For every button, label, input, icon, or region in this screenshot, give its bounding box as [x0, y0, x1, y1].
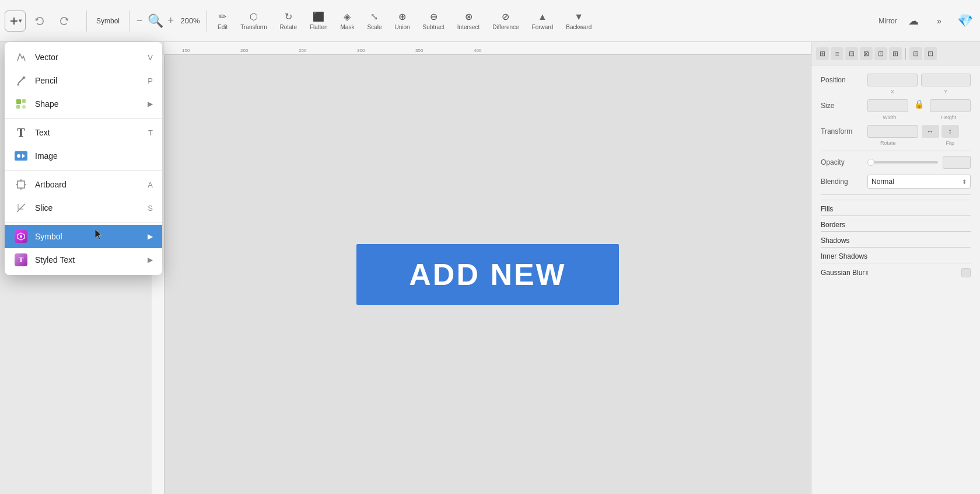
size-height-input[interactable] — [930, 99, 971, 112]
horizontal-ruler: 150 200 250 300 350 400 — [164, 42, 811, 55]
gaussian-blur-section: Gaussian Blur ⬍ — [821, 263, 971, 280]
menu-item-shape[interactable]: Shape ▶ — [5, 92, 162, 116]
canvas-content: ADD NEW — [164, 55, 811, 494]
artboard-icon — [14, 178, 28, 192]
blending-row: Blending Normal ⬍ — [821, 175, 971, 189]
flip-v-button[interactable]: ↕ — [942, 125, 959, 138]
size-width-input[interactable] — [867, 99, 908, 112]
shape-icon — [14, 97, 28, 111]
fills-section: Fills — [821, 200, 971, 215]
menu-item-symbol[interactable]: Symbol ▶ — [5, 225, 162, 248]
svg-point-10 — [22, 105, 26, 109]
tool-backward-label: Backward — [566, 24, 592, 30]
toolbar-symbol-label: Symbol — [92, 17, 124, 25]
menu-separator-2 — [5, 170, 162, 171]
flip-h-button[interactable]: ↔ — [922, 125, 939, 138]
align-center-v-icon[interactable]: ⊡ — [874, 47, 887, 60]
align-center-h-icon[interactable]: ≡ — [831, 47, 844, 60]
menu-item-text[interactable]: T Text T — [5, 121, 162, 144]
cloud-button[interactable]: ☁ — [903, 11, 924, 32]
svg-line-4 — [18, 78, 24, 84]
vector-icon — [14, 50, 28, 64]
toolbar-divider-2 — [129, 11, 130, 32]
align-right-icon[interactable]: ⊟ — [845, 47, 858, 60]
gaussian-blur-stepper[interactable]: ⬍ — [864, 270, 869, 276]
position-y-input[interactable] — [921, 74, 971, 86]
menu-item-pencil[interactable]: Pencil P — [5, 69, 162, 92]
tool-scale[interactable]: ⤡ Scale — [361, 9, 387, 33]
toolbar-divider-1 — [86, 11, 87, 32]
tool-forward[interactable]: ▲ Forward — [526, 9, 559, 33]
tool-difference[interactable]: ⊘ Difference — [487, 9, 524, 33]
tool-backward[interactable]: ▼ Backward — [560, 9, 597, 33]
undo-button[interactable] — [29, 11, 50, 32]
tool-mask[interactable]: ◈ Mask — [335, 9, 360, 33]
lock-icon[interactable]: 🔒 — [912, 99, 926, 112]
menu-pencil-shortcut: P — [148, 76, 153, 85]
inner-shadows-label: Inner Shadows — [821, 252, 867, 260]
ruler-mark-150: 150 — [182, 48, 190, 53]
menu-item-vector[interactable]: Vector V — [5, 46, 162, 69]
ruler-mark-300: 300 — [357, 48, 365, 53]
blending-select[interactable]: Normal ⬍ — [867, 175, 971, 189]
tool-subtract-label: Subtract — [423, 24, 444, 30]
shadows-label: Shadows — [821, 236, 849, 245]
menu-shape-label: Shape — [35, 99, 138, 109]
props-divider-2 — [821, 194, 971, 195]
opacity-slider[interactable] — [867, 161, 938, 163]
tool-transform[interactable]: ⬡ Transform — [235, 9, 272, 33]
tool-scale-label: Scale — [367, 24, 382, 30]
align-bottom-icon[interactable]: ⊞ — [889, 47, 902, 60]
menu-styled-text-label: Styled Text — [35, 255, 138, 265]
add-new-element[interactable]: ADD NEW — [356, 244, 618, 305]
menu-text-shortcut: T — [148, 128, 153, 137]
mirror-button[interactable]: Mirror — [877, 11, 898, 32]
tool-forward-label: Forward — [532, 24, 554, 30]
zoom-out-button[interactable]: − — [134, 13, 145, 28]
position-sub-labels: X Y — [821, 89, 971, 95]
menu-item-artboard[interactable]: Artboard A — [5, 173, 162, 196]
tool-union[interactable]: ⊕ Union — [388, 9, 415, 33]
menu-item-image[interactable]: Image — [5, 144, 162, 168]
transform-flip-label: Flip — [930, 140, 971, 146]
tool-rotate[interactable]: ↻ Rotate — [274, 9, 302, 33]
align-left-icon[interactable]: ⊞ — [816, 47, 829, 60]
svg-rect-11 — [18, 181, 24, 188]
tool-rotate-label: Rotate — [279, 24, 296, 30]
position-x-input[interactable] — [867, 74, 918, 86]
more-button[interactable]: » — [929, 11, 950, 32]
transform-row: Transform ↔ ↕ — [821, 125, 971, 138]
transform-label: Transform — [821, 127, 867, 135]
opacity-value[interactable] — [943, 156, 971, 169]
blending-label: Blending — [821, 178, 867, 186]
gaussian-blur-checkbox[interactable] — [961, 268, 971, 277]
gaussian-blur-label: Gaussian Blur — [821, 269, 864, 277]
menu-item-styled-text[interactable]: T Styled Text ▶ — [5, 248, 162, 272]
inner-shadows-section: Inner Shadows — [821, 247, 971, 263]
ruler-mark-250: 250 — [299, 48, 306, 53]
main-toolbar: ▾ Symbol − 🔍 + 200% ✏ Edit ⬡ Transform ↻… — [0, 0, 980, 42]
symbol-arrow-icon: ▶ — [148, 232, 153, 241]
menu-item-slice[interactable]: Slice S — [5, 196, 162, 220]
zoom-icon: 🔍 — [148, 13, 163, 29]
distribute-h-icon[interactable]: ⊟ — [909, 47, 922, 60]
right-props-content: Position X Y Size 🔒 Width Height Transf — [811, 65, 980, 288]
flip-buttons: ↔ ↕ — [922, 125, 971, 138]
distribute-v-icon[interactable]: ⊡ — [924, 47, 937, 60]
tool-difference-label: Difference — [492, 24, 519, 30]
tool-subtract[interactable]: ⊖ Subtract — [417, 9, 450, 33]
shape-arrow-icon: ▶ — [148, 100, 153, 108]
zoom-in-button[interactable]: + — [166, 13, 177, 28]
tool-intersect[interactable]: ⊗ Intersect — [452, 9, 485, 33]
align-top-icon[interactable]: ⊠ — [860, 47, 873, 60]
tool-flatten-label: Flatten — [310, 24, 328, 30]
menu-pencil-label: Pencil — [35, 76, 141, 85]
size-width-label: Width — [867, 114, 912, 120]
tool-intersect-label: Intersect — [457, 24, 480, 30]
transform-rotate-input[interactable] — [867, 125, 918, 138]
tool-edit[interactable]: ✏ Edit — [212, 9, 233, 33]
tool-flatten[interactable]: ⬛ Flatten — [304, 9, 334, 33]
svg-marker-20 — [95, 229, 102, 239]
add-button[interactable]: ▾ — [5, 11, 26, 32]
redo-button[interactable] — [54, 11, 75, 32]
